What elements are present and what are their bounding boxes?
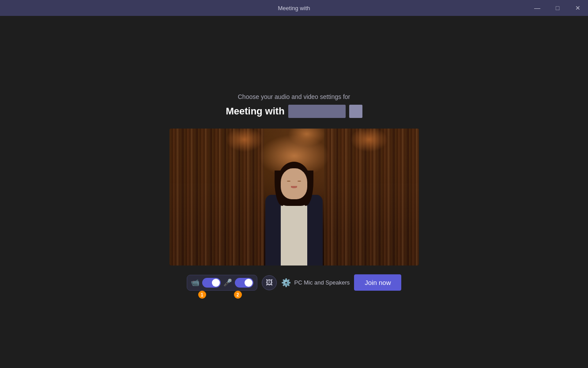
video-background: [170, 129, 419, 266]
titlebar-controls: — □ ✕: [527, 0, 588, 16]
gear-icon: ⚙️: [281, 278, 291, 288]
maximize-button[interactable]: □: [547, 0, 568, 16]
effects-container: 🖼: [262, 275, 277, 290]
camera-icon: 📹: [191, 278, 200, 287]
microphone-toggle[interactable]: [235, 278, 253, 288]
camera-badge: 1: [198, 291, 206, 299]
title-row: Meeting with: [226, 105, 362, 118]
effects-icon: 🖼: [266, 279, 273, 287]
minimize-icon: —: [534, 4, 540, 11]
close-button[interactable]: ✕: [568, 0, 588, 16]
titlebar: Meeting with — □ ✕: [0, 0, 588, 16]
video-preview: [170, 129, 419, 266]
controls-bar: 📹 🎤 🖼 ⚙️ PC Mic and Speakers: [187, 274, 402, 291]
microphone-toggle-knob: [245, 279, 253, 287]
controls-wrapper: 📹 🎤 🖼 ⚙️ PC Mic and Speakers: [187, 274, 402, 291]
effects-button[interactable]: 🖼: [262, 275, 277, 290]
subtitle-text: Choose your audio and video settings for: [238, 93, 351, 100]
main-content: Choose your audio and video settings for…: [0, 16, 588, 368]
meeting-title-label: Meeting with: [226, 106, 284, 117]
microphone-icon: 🎤: [223, 278, 232, 287]
camera-toggle[interactable]: [202, 278, 221, 288]
audio-settings[interactable]: ⚙️ PC Mic and Speakers: [281, 278, 350, 288]
audio-device-label: PC Mic and Speakers: [294, 279, 350, 286]
camera-controls: 📹 🎤: [187, 275, 257, 291]
meeting-name-redacted-extra: [349, 105, 362, 118]
person-shirt: [281, 204, 307, 266]
person-preview: [250, 155, 338, 266]
close-icon: ✕: [575, 4, 580, 11]
meeting-name-redacted: [288, 105, 346, 118]
join-now-button[interactable]: Join now: [354, 274, 401, 291]
person-face: [281, 168, 307, 199]
person-body: [250, 155, 338, 266]
maximize-icon: □: [556, 4, 559, 11]
effects-badge: 2: [234, 291, 242, 299]
titlebar-title: Meeting with: [278, 5, 310, 11]
minimize-button[interactable]: —: [527, 0, 547, 16]
camera-toggle-knob: [212, 279, 220, 287]
